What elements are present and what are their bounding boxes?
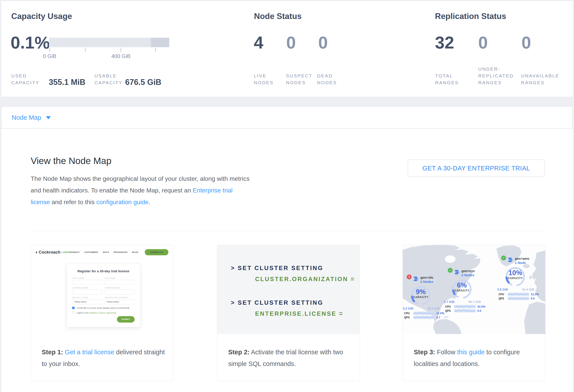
total-capacity: 65.7 GiB <box>469 300 481 304</box>
mini-site-header: Cockroach LABS PRODUCT CUSTOMERS DOCS RE… <box>36 248 168 257</box>
used-capacity: 3.6 GiB <box>497 288 508 291</box>
warning-badge-icon: 1 <box>407 275 411 279</box>
suspect-nodes-value: 0 <box>286 34 296 51</box>
locality-geo-ams: ✓ geo=ams 1 Node <box>501 257 544 300</box>
used-capacity-value: 355.1 MiB <box>49 78 85 87</box>
capacity-percent: 10% <box>503 269 528 277</box>
total-capacity: 35.1 GiB <box>428 307 440 310</box>
capacity-axis-label-0: 0 GiB <box>43 53 56 59</box>
cpu-value: 12.3% <box>531 293 539 296</box>
cpu-value: 42.5% <box>477 305 486 308</box>
dead-nodes-label: DEAD NODES <box>317 72 346 86</box>
step3-caption: Step 3: Follow this guide to configure l… <box>414 346 537 370</box>
qps-sparkline <box>508 297 529 300</box>
chevron-down-icon <box>46 116 51 119</box>
nodes-stack-icon <box>508 257 513 262</box>
capacity-axis-tick <box>49 48 50 52</box>
qps-value: 0.0 <box>531 297 535 300</box>
nodemap-dropdown-label[interactable]: Node Map <box>12 114 41 121</box>
nodes-stack-icon <box>413 276 419 281</box>
cpu-row: CPU 12.3% <box>498 293 544 296</box>
used-capacity: 3.7 GiB <box>444 300 454 304</box>
mini-nav-item: CUSTOMERS <box>84 251 98 253</box>
sql-code-block: > SET CLUSTER SETTING CLUSTER.ORGANIZATI… <box>217 245 360 334</box>
usable-capacity-value: 676.5 GiB <box>125 78 161 87</box>
qps-sparkline <box>454 309 475 312</box>
total-ranges-label: TOTAL RANGES <box>435 72 467 86</box>
unchecked-checkbox-icon <box>72 312 75 314</box>
mini-field-label: COMPANY NAME <box>72 287 102 289</box>
under-replicated-ranges-label: UNDER-REPLICATED RANGES <box>478 65 522 86</box>
qps-row: QPS 0.0 <box>498 297 544 300</box>
capacity-gauge: 6% CAPACITY <box>449 278 475 300</box>
qps-label: QPS <box>498 297 506 300</box>
cpu-sparkline <box>454 305 475 308</box>
replication-status-title: Replication Status <box>435 12 506 21</box>
nodemap-promo-section: View the Node Map The Node Map shows the… <box>1 129 573 392</box>
this-guide-link[interactable]: this guide <box>457 349 485 356</box>
capacity-bar-available-segment <box>49 38 151 47</box>
capacity-used-percent: 0.1% <box>11 34 50 51</box>
mini-download-button: DOWNLOAD <box>145 249 168 255</box>
mini-license-agreement-link: Software License Agreement. <box>89 312 117 314</box>
cockroach-logo-icon <box>36 249 37 255</box>
capacity-range: 3.6 GiB 34.4 GiB <box>497 288 534 291</box>
cpu-label: CPU <box>404 312 411 315</box>
capacity-label: CAPACITY <box>503 277 528 280</box>
configuration-guide-link[interactable]: configuration guide <box>96 199 148 205</box>
capacity-axis-label-400: 400 GiB <box>111 53 131 59</box>
total-capacity: 34.4 GiB <box>522 288 534 291</box>
capacity-gauge: 9% CAPACITY <box>408 285 434 307</box>
qps-value: 4.7 <box>436 316 440 319</box>
checked-checkbox-icon: ✓ <box>72 307 75 309</box>
locality-geo-nyc: ✓ geo=nyc 2 Nodes <box>448 270 490 312</box>
cpu-row: CPU 11.0% <box>404 312 447 315</box>
capacity-axis-tick <box>155 48 156 52</box>
mini-nav-item: PRODUCT <box>69 251 80 253</box>
cpu-sparkline <box>508 293 529 296</box>
mini-first-name-input <box>72 280 102 285</box>
nodemap-dropdown-bar[interactable]: Node Map <box>1 107 573 128</box>
cpu-value: 11.0% <box>436 312 444 315</box>
mini-nav-item: RESOURCES <box>114 251 127 253</box>
get-trial-license-link[interactable]: Get a trial license <box>65 349 114 356</box>
mini-company-email-input <box>105 289 135 295</box>
locality-node-count: 2 Nodes <box>461 273 475 277</box>
step1-card: Cockroach LABS PRODUCT CUSTOMERS DOCS RE… <box>30 245 173 381</box>
unavailable-ranges-label: UNAVAILABLE RANGES <box>521 72 569 86</box>
under-replicated-ranges-value: 0 <box>478 34 488 51</box>
caption-text: Follow <box>435 349 457 356</box>
suspect-nodes-label: SUSPECT NODES <box>286 72 319 86</box>
mini-field-label: COMPANY EMAIL <box>105 287 135 289</box>
mini-checkbox-text: I agree to the <box>76 312 89 314</box>
enterprise-trial-button[interactable]: GET A 30-DAY ENTERPRISE TRIAL <box>408 160 545 177</box>
total-ranges-value: 32 <box>435 34 454 51</box>
qps-label: QPS <box>445 309 453 312</box>
step3-label: Step 3: <box>414 349 435 356</box>
mini-field-label: FIRST NAME <box>72 277 102 279</box>
sql-code-line: CLUSTER.ORGANIZATION = <box>255 276 355 283</box>
healthy-badge-icon: ✓ <box>448 268 453 273</box>
healthy-badge-icon: ✓ <box>501 256 506 260</box>
mini-reason-select: Please Select <box>105 299 135 304</box>
mini-project-phase-select: Please Select <box>72 299 102 304</box>
nodemap-preview-image: 1 geo=sfo 2 Nodes <box>403 245 545 334</box>
mini-field-label: LAST NAME <box>105 277 135 279</box>
section-divider <box>31 231 545 231</box>
sql-code-line: > SET CLUSTER SETTING <box>231 299 323 306</box>
description-text: and refer to this <box>50 199 96 205</box>
mini-checkbox-label: I would like to receive email updates ab… <box>76 307 130 309</box>
capacity-bar-reserved-segment <box>151 38 169 47</box>
cluster-summary-panel: Capacity Usage 0.1% 0 GiB 400 GiB USED C… <box>1 1 573 96</box>
mini-last-name-input <box>105 280 135 285</box>
logo-subtext: LABS <box>62 251 69 254</box>
mini-form-title: Register for a 30-day trial license <box>67 269 140 273</box>
qps-sparkline <box>413 316 434 319</box>
capacity-axis-tick <box>121 48 121 52</box>
capacity-range: 3.7 GiB 65.7 GiB <box>444 300 481 304</box>
capacity-usage-title: Capacity Usage <box>11 12 72 21</box>
locality-name: geo=sfo <box>420 275 433 280</box>
sql-code-line: > SET CLUSTER SETTING <box>231 265 323 272</box>
description-text: . <box>148 199 150 205</box>
capacity-percent: 9% <box>408 288 434 296</box>
